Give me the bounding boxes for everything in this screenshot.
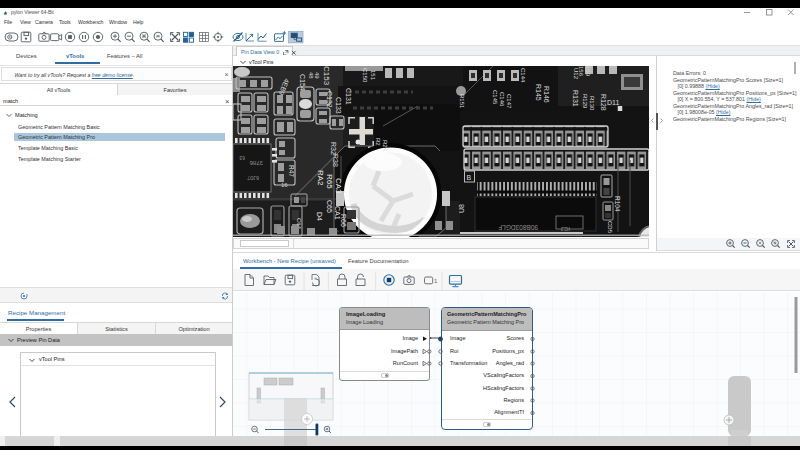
svg-text:C153: C153 xyxy=(322,66,331,86)
svg-text:6J07: 6J07 xyxy=(247,175,259,181)
svg-text:90B803DGLF: 90B803DGLF xyxy=(498,224,538,231)
svg-text:63: 63 xyxy=(239,155,245,161)
svg-text:3786: 3786 xyxy=(249,160,263,166)
svg-text:D11: D11 xyxy=(607,99,619,106)
svg-text:C132: C132 xyxy=(326,91,333,108)
svg-text:49: 49 xyxy=(314,72,320,79)
svg-text:CA3: CA3 xyxy=(334,178,343,194)
svg-text:R32: R32 xyxy=(330,142,337,155)
svg-text:C131: C131 xyxy=(345,88,352,105)
svg-text:U8: U8 xyxy=(458,204,465,213)
svg-text:151: 151 xyxy=(370,70,376,81)
svg-text:U12: U12 xyxy=(573,68,579,80)
svg-text:C154: C154 xyxy=(299,74,306,91)
svg-text:CD5: CD5 xyxy=(607,221,613,234)
svg-text:R38: R38 xyxy=(332,154,339,167)
svg-text:R130: R130 xyxy=(589,96,595,111)
svg-text:R65: R65 xyxy=(325,174,334,189)
svg-text:B: B xyxy=(467,174,472,181)
svg-text:CA1: CA1 xyxy=(334,206,341,220)
svg-text:1: 1 xyxy=(434,278,438,284)
svg-text:RA2: RA2 xyxy=(316,170,325,186)
svg-text:48: 48 xyxy=(308,72,314,79)
svg-text:R131: R131 xyxy=(572,90,579,107)
svg-text:169: 169 xyxy=(585,66,591,77)
svg-text:C146: C146 xyxy=(499,92,505,107)
svg-text:C145: C145 xyxy=(492,90,498,105)
svg-text:R129: R129 xyxy=(582,94,588,109)
svg-text:D4: D4 xyxy=(316,212,323,221)
svg-text:R104: R104 xyxy=(614,196,621,212)
svg-text:R24: R24 xyxy=(382,140,388,152)
svg-text:C147: C147 xyxy=(506,94,512,109)
svg-text:R128: R128 xyxy=(600,94,607,111)
svg-text:16: 16 xyxy=(281,182,288,188)
svg-text:C150: C150 xyxy=(362,68,368,83)
svg-text:S: S xyxy=(377,227,383,231)
svg-text:R151: R151 xyxy=(459,94,465,109)
svg-text:R66: R66 xyxy=(340,214,347,227)
svg-text:ICJ: ICJ xyxy=(561,226,570,232)
svg-text:C65: C65 xyxy=(326,200,333,213)
svg-text:R2: R2 xyxy=(375,138,381,146)
svg-text:C133: C133 xyxy=(335,97,342,114)
svg-text:R145: R145 xyxy=(535,84,542,101)
svg-text:R47: R47 xyxy=(288,165,295,177)
svg-text:R146: R146 xyxy=(543,86,550,103)
svg-text:C144: C144 xyxy=(520,68,526,83)
